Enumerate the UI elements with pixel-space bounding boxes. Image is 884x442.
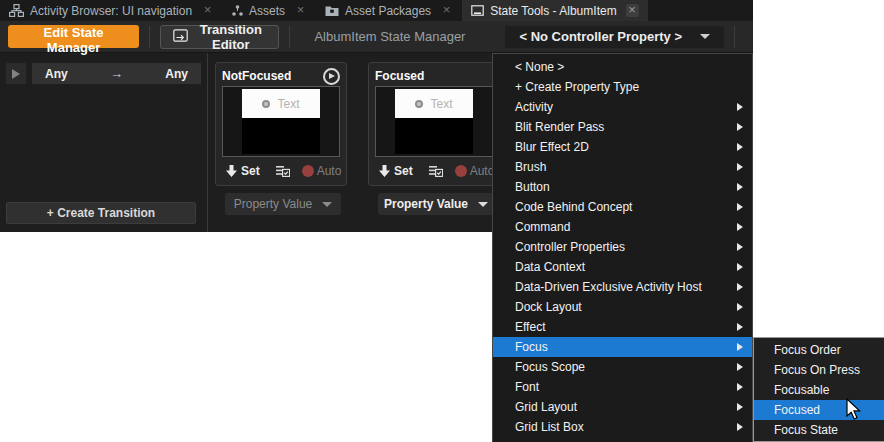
state-card-header: Focused xyxy=(375,66,493,86)
preview-background xyxy=(242,118,320,154)
submenu-item-focus-order[interactable]: Focus Order xyxy=(754,340,884,360)
tab-bar: Activity Browser: UI navigation × Assets… xyxy=(0,0,753,21)
state-column-focused: Focused Text xyxy=(368,62,500,232)
menu-item-activity[interactable]: Activity xyxy=(493,97,752,117)
menu-item-controller-properties[interactable]: Controller Properties xyxy=(493,237,752,257)
transition-any-to-any[interactable]: Any → Any xyxy=(32,63,201,84)
tab-label: State Tools - AlbumItem xyxy=(490,4,617,18)
toolbar-separator xyxy=(289,26,290,48)
submenu-item-focusable[interactable]: Focusable xyxy=(754,380,884,400)
transition-editor-button[interactable]: Transition Editor xyxy=(160,25,279,49)
submenu-arrow-icon xyxy=(737,143,743,151)
set-button-label[interactable]: Set xyxy=(241,164,260,178)
transition-to: Any xyxy=(165,67,188,81)
state-preview: Text xyxy=(375,86,493,157)
property-list-check-icon[interactable] xyxy=(429,165,443,177)
controller-property-dropdown[interactable]: < No Controller Property > xyxy=(505,26,724,48)
state-column-notfocused: NotFocused Text xyxy=(215,62,347,232)
set-arrow-icon[interactable] xyxy=(379,165,390,177)
close-icon[interactable]: × xyxy=(294,4,307,17)
play-icon xyxy=(329,73,335,79)
menu-item-none[interactable]: < None > xyxy=(493,57,752,77)
state-card-header: NotFocused xyxy=(222,66,340,86)
submenu-item-focus-on-press[interactable]: Focus On Press xyxy=(754,360,884,380)
preview-state-play-button[interactable] xyxy=(323,68,340,85)
controller-property-menu: < None > + Create Property Type Activity… xyxy=(492,53,753,442)
menu-item-create-property-type[interactable]: + Create Property Type xyxy=(493,77,752,97)
folder-icon xyxy=(325,5,339,17)
menu-item-font[interactable]: Font xyxy=(493,377,752,397)
preview-bullet-icon xyxy=(415,100,423,108)
play-icon xyxy=(12,69,20,79)
submenu-item-focus-state[interactable]: Focus State xyxy=(754,420,884,440)
set-button-label[interactable]: Set xyxy=(394,164,413,178)
property-value-dropdown-notfocused[interactable]: Property Value xyxy=(225,193,341,215)
auto-toggle-icon[interactable] xyxy=(455,165,467,177)
submenu-arrow-icon xyxy=(737,303,743,311)
transition-from: Any xyxy=(45,67,68,81)
submenu-arrow-icon xyxy=(737,423,743,431)
menu-item-code-behind-concept[interactable]: Code Behind Concept xyxy=(493,197,752,217)
toolbar-separator xyxy=(734,26,735,48)
state-name: NotFocused xyxy=(222,69,291,83)
set-arrow-icon[interactable] xyxy=(226,165,237,177)
close-icon[interactable]: × xyxy=(440,4,453,17)
state-actions: Set Auto xyxy=(222,159,340,182)
auto-toggle-icon[interactable] xyxy=(302,165,314,177)
menu-item-dock-layout[interactable]: Dock Layout xyxy=(493,297,752,317)
menu-item-blit-render-pass[interactable]: Blit Render Pass xyxy=(493,117,752,137)
focus-submenu: Focus Order Focus On Press Focusable Foc… xyxy=(753,337,884,442)
submenu-arrow-icon xyxy=(737,123,743,131)
property-value-label: Property Value xyxy=(234,197,313,211)
preview-item: Text xyxy=(395,89,473,118)
play-transition-button[interactable] xyxy=(6,63,26,84)
close-icon[interactable]: × xyxy=(626,4,639,17)
submenu-arrow-icon xyxy=(737,243,743,251)
tab-assets[interactable]: Assets × xyxy=(223,0,316,21)
menu-item-command[interactable]: Command xyxy=(493,217,752,237)
menu-item-brush[interactable]: Brush xyxy=(493,157,752,177)
menu-item-focus-scope[interactable]: Focus Scope xyxy=(493,357,752,377)
menu-item-grid-list-box[interactable]: Grid List Box xyxy=(493,417,752,437)
transition-editor-label: Transition Editor xyxy=(195,22,266,52)
preview-item: Text xyxy=(242,89,320,118)
tab-asset-packages[interactable]: Asset Packages × xyxy=(316,0,462,21)
menu-item-focus[interactable]: Focus xyxy=(493,337,752,357)
menu-item-data-context[interactable]: Data Context xyxy=(493,257,752,277)
transitions-panel: Any → Any + Create Transition xyxy=(0,53,208,232)
tab-state-tools[interactable]: State Tools - AlbumItem × xyxy=(462,0,648,21)
submenu-arrow-icon xyxy=(737,383,743,391)
preview-background xyxy=(395,118,473,154)
preview-text: Text xyxy=(430,97,452,111)
property-value-label: Property Value xyxy=(384,197,468,211)
chevron-down-icon xyxy=(322,202,332,207)
arrow-right-icon: → xyxy=(110,66,123,81)
state-preview: Text xyxy=(222,86,340,157)
submenu-item-focused[interactable]: Focused xyxy=(754,400,884,420)
menu-item-effect[interactable]: Effect xyxy=(493,317,752,337)
menu-item-grid-layout[interactable]: Grid Layout xyxy=(493,397,752,417)
submenu-arrow-icon xyxy=(737,363,743,371)
close-icon[interactable]: × xyxy=(201,4,214,17)
submenu-arrow-icon xyxy=(737,283,743,291)
property-list-check-icon[interactable] xyxy=(276,165,290,177)
edit-state-manager-button[interactable]: Edit State Manager xyxy=(8,25,139,48)
menu-item-button[interactable]: Button xyxy=(493,177,752,197)
asset-tree-icon xyxy=(232,5,243,17)
tab-activity-browser[interactable]: Activity Browser: UI navigation × xyxy=(0,0,223,21)
state-card-focused[interactable]: Focused Text xyxy=(368,62,500,186)
menu-item-data-driven-exclusive-activity-host[interactable]: Data-Driven Exclusive Activity Host xyxy=(493,277,752,297)
property-value-dropdown-focused[interactable]: Property Value xyxy=(378,193,494,215)
toolbar: Edit State Manager Transition Editor Alb… xyxy=(0,21,753,53)
menu-item-blur-effect-2d[interactable]: Blur Effect 2D xyxy=(493,137,752,157)
create-transition-button[interactable]: + Create Transition xyxy=(6,202,196,224)
submenu-arrow-icon xyxy=(737,263,743,271)
controller-property-value: < No Controller Property > xyxy=(519,29,682,44)
hierarchy-icon xyxy=(9,4,24,17)
state-tools-screen: Activity Browser: UI navigation × Assets… xyxy=(0,0,884,442)
state-card-notfocused[interactable]: NotFocused Text xyxy=(215,62,347,186)
toolbar-separator xyxy=(149,26,150,48)
window-icon xyxy=(471,5,484,16)
submenu-arrow-icon xyxy=(737,403,743,411)
preview-text: Text xyxy=(277,97,299,111)
